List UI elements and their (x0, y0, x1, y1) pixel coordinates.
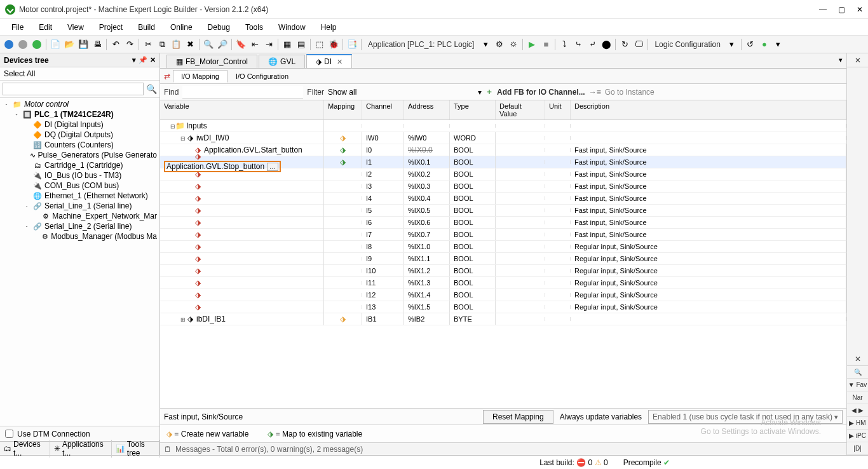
menu-help[interactable]: Help (313, 20, 344, 34)
cut-icon[interactable]: ✂ (142, 38, 154, 51)
grid-row[interactable]: ⊞⬗ibDI_IB1⬗IB1%IB2BYTE (160, 313, 846, 325)
grid-row[interactable]: ⬗I7%IX0.7BOOLFast input, Sink/Source (160, 229, 846, 241)
right-strip-item[interactable]: ▼ Fav (847, 379, 868, 391)
col-type[interactable]: Type (450, 100, 496, 119)
find-input[interactable] (182, 86, 303, 99)
menu-online[interactable]: Online (163, 20, 200, 34)
menu-build[interactable]: Build (130, 20, 163, 34)
project-icon[interactable]: 📑 (346, 38, 358, 51)
grid-row[interactable]: ⬗I8%IX1.0BOOLRegular input, Sink/Source (160, 241, 846, 253)
col-unit[interactable]: Unit (545, 100, 571, 119)
menu-tools[interactable]: Tools (238, 20, 271, 34)
right-strip-item[interactable]: ◀ ▶ (847, 404, 868, 417)
tree-node[interactable]: -🔲PLC_1 (TM241CE24R) (0, 109, 159, 119)
tab-io-configuration[interactable]: I/O Configuration (227, 70, 297, 83)
nav-fwd-button[interactable] (17, 38, 29, 51)
logout-icon[interactable]: ⛭ (507, 38, 520, 51)
nav-back-button[interactable] (3, 38, 15, 51)
cell-variable[interactable]: ⊞⬗ibDI_IB1 (160, 313, 324, 325)
tree-node[interactable]: 🔢Counters (Counters) (0, 140, 159, 150)
build-icon[interactable]: ▦ (281, 38, 294, 51)
right-strip-item[interactable]: Nar (847, 391, 868, 404)
select-all-row[interactable]: Select All (0, 67, 159, 81)
breakpoint-icon[interactable]: ⬤ (600, 38, 613, 51)
cell-variable[interactable]: ⬗ (160, 289, 324, 301)
col-default[interactable]: Default Value (496, 100, 545, 119)
editor-tab-fb_motor_control[interactable]: ▦FB_Motor_Control (166, 55, 257, 68)
goto-instance-link[interactable]: Go to Instance (605, 88, 654, 97)
login-icon[interactable]: ⚙ (493, 38, 506, 51)
step-over-icon[interactable]: ⤵ (558, 38, 571, 51)
grid-row[interactable]: ⬗I3%IX0.3BOOLFast input, Sink/Source (160, 180, 846, 193)
use-dtm-checkbox[interactable] (5, 430, 13, 438)
grid-row[interactable]: ⊟📁Inputs (160, 120, 846, 132)
filter-dropdown-icon[interactable]: ▾ (478, 88, 482, 97)
tree-node[interactable]: 🔶DI (Digital Inputs) (0, 119, 159, 130)
combo-dropdown-icon[interactable]: ▾ (479, 38, 492, 51)
run-icon[interactable]: ▶ (526, 38, 538, 51)
tab-close-icon[interactable]: ✕ (337, 58, 342, 66)
tree-node[interactable]: -🔗Serial_Line_2 (Serial line) (0, 221, 159, 231)
cell-variable[interactable]: ⬗ (160, 228, 324, 241)
col-mapping[interactable]: Mapping (324, 100, 362, 119)
col-address[interactable]: Address (404, 100, 450, 119)
tab-io-mapping[interactable]: I/O Mapping (173, 70, 227, 83)
refresh-icon[interactable]: ↻ (618, 38, 631, 51)
row-toggle-icon[interactable]: ⊟ (180, 135, 186, 142)
saveall-icon[interactable]: 🖶 (91, 38, 104, 51)
undo-icon[interactable]: ↶ (109, 38, 122, 51)
stop-icon[interactable]: ■ (539, 38, 552, 51)
right-strip-item[interactable]: ▶ iPC (847, 430, 868, 442)
cell-variable[interactable]: ⬗ (160, 252, 324, 265)
col-channel[interactable]: Channel (362, 100, 404, 119)
cell-variable[interactable]: ⬗ (160, 301, 324, 313)
grid-row[interactable]: ⬗I13%IX1.5BOOLRegular input, Sink/Source (160, 301, 846, 313)
search-icon[interactable]: 🔍 (146, 84, 157, 94)
panel-close-icon[interactable]: ✕ (150, 56, 156, 64)
logic-config-combo[interactable]: Logic Configuration (651, 40, 724, 49)
tree-node[interactable]: 🌐Ethernet_1 (Ethernet Network) (0, 191, 159, 201)
maximize-button[interactable]: ▢ (838, 5, 845, 14)
minimize-button[interactable]: — (819, 5, 827, 14)
menu-edit[interactable]: Edit (31, 20, 60, 34)
cell-variable[interactable]: ⬗ (160, 264, 324, 277)
application-combo[interactable]: Application [PLC_1: PLC Logic] (364, 40, 478, 49)
step-into-icon[interactable]: ⤷ (572, 38, 585, 51)
left-tab[interactable]: 📊Tools tree (112, 440, 159, 458)
tabstrip-menu-icon[interactable]: ▾ (839, 56, 843, 64)
left-tab[interactable]: ✳Applications t... (50, 440, 112, 458)
tree-node[interactable]: ⚙Modbus_Manager (Modbus Ma (0, 231, 159, 241)
menu-file[interactable]: File (4, 20, 31, 34)
filter-select[interactable]: Show all (328, 88, 474, 97)
tree-node[interactable]: ∿Pulse_Generators (Pulse Generato (0, 150, 159, 160)
tree-toggle-icon[interactable]: - (13, 111, 20, 118)
open-icon[interactable]: 📂 (63, 38, 76, 51)
update-mode-dropdown[interactable]: Enabled 1 (use bus cycle task if not use… (648, 410, 843, 424)
grid-row[interactable]: ⬗I11%IX1.3BOOLRegular input, Sink/Source (160, 277, 846, 289)
reset-mapping-button[interactable]: Reset Mapping (483, 410, 553, 424)
grid-row[interactable]: ⬗I4%IX0.4BOOLFast input, Sink/Source (160, 193, 846, 205)
grid-row[interactable]: ⬗Application.GVL.Stop_button…⬗I1%IX0.1BO… (160, 156, 846, 168)
tree-node[interactable]: 🔶DQ (Digital Outputs) (0, 130, 159, 140)
grid-row[interactable]: ⬗I5%IX0.5BOOLFast input, Sink/Source (160, 205, 846, 217)
right-strip-item[interactable]: ▶ HM (847, 417, 868, 430)
debug-icon[interactable]: 🐞 (327, 38, 340, 51)
tree-node[interactable]: -🔗Serial_Line_1 (Serial line) (0, 201, 159, 211)
panel-pin-icon[interactable]: 📌 (139, 56, 147, 64)
new-icon[interactable]: 📄 (49, 38, 62, 51)
grid-row[interactable]: ⬗I12%IX1.4BOOLRegular input, Sink/Source (160, 289, 846, 301)
menu-project[interactable]: Project (92, 20, 130, 34)
dropdown-icon[interactable]: ▾ (772, 38, 785, 51)
tree-toggle-icon[interactable]: - (23, 223, 31, 229)
grid-row[interactable]: ⬗I6%IX0.6BOOLFast input, Sink/Source (160, 217, 846, 229)
menu-window[interactable]: Window (271, 20, 313, 34)
cell-variable[interactable]: ⊟⬗iwDI_IW0 (160, 132, 324, 144)
redo-icon[interactable]: ↷ (123, 38, 136, 51)
step-out-icon[interactable]: ⤶ (586, 38, 599, 51)
tree-toggle-icon[interactable]: - (23, 203, 31, 209)
tree-node[interactable]: 🗂Cartridge_1 (Cartridge) (0, 160, 159, 170)
messages-strip[interactable]: 🗒 Messages - Total 0 error(s), 0 warning… (160, 442, 846, 455)
rebuild-icon[interactable]: ▤ (295, 38, 308, 51)
tree-node[interactable]: -📁Motor control (0, 99, 159, 109)
bookmark-prev-icon[interactable]: ⇤ (248, 38, 261, 51)
